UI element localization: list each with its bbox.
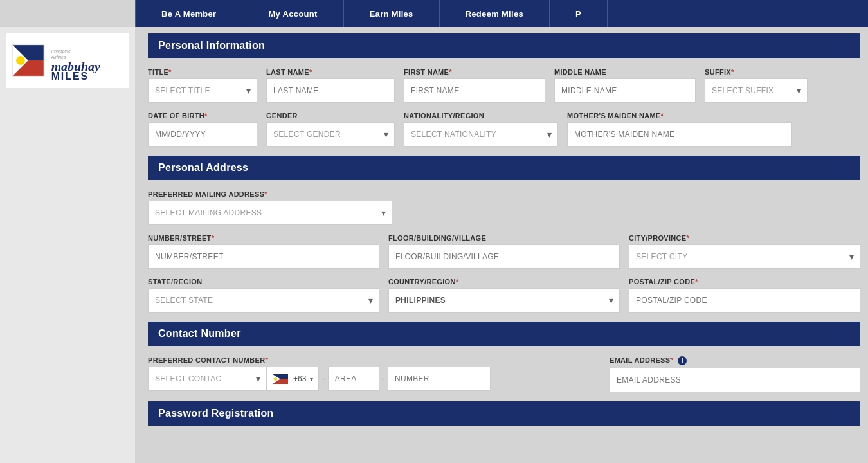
- gender-select-wrapper: SELECT GENDER: [266, 122, 395, 147]
- title-label: Title*: [148, 68, 257, 76]
- suffix-select[interactable]: SELECT SUFFIX: [705, 78, 808, 103]
- mailing-label: Preferred Mailing Address*: [148, 190, 392, 198]
- country-select[interactable]: PHILIPPINES: [388, 288, 620, 313]
- personal-info-row2: Date Of Birth* Gender SELECT GENDER Nati…: [148, 112, 860, 147]
- email-group: Email Address* i: [610, 356, 860, 392]
- phone-separator-2: -: [379, 367, 388, 391]
- floorbldg-group: Floor/Building/Village: [388, 234, 620, 269]
- maiden-input[interactable]: [567, 122, 792, 147]
- middlename-label: Middle Name: [554, 68, 696, 76]
- contact-type-wrapper: SELECT CONTAC: [148, 367, 267, 391]
- address-row1: Number/Street* Floor/Building/Village Ci…: [148, 234, 860, 269]
- lastname-group: Last Name*: [266, 68, 395, 103]
- contact-row1: Preferred Contact Number* SELECT CONTAC: [148, 356, 860, 392]
- city-select[interactable]: SELECT CITY: [629, 244, 860, 269]
- gender-label: Gender: [266, 112, 395, 120]
- password-registration-header: Password Registration: [148, 401, 860, 426]
- city-select-wrapper: SELECT CITY: [629, 244, 860, 269]
- cityprov-label: City/Province*: [629, 234, 860, 242]
- area-input[interactable]: [328, 367, 379, 391]
- nav-be-a-member[interactable]: Be A Member: [135, 0, 242, 27]
- middlename-input[interactable]: [554, 78, 696, 103]
- maiden-group: Mother's Maiden Name*: [567, 112, 792, 147]
- firstname-group: First Name*: [404, 68, 545, 103]
- numstreet-label: Number/Street*: [148, 234, 379, 242]
- dob-input[interactable]: [148, 122, 257, 147]
- number-input[interactable]: [388, 367, 491, 391]
- state-label: State/Region: [148, 278, 379, 286]
- gender-select[interactable]: SELECT GENDER: [266, 122, 395, 147]
- state-select[interactable]: SELECT STATE: [148, 288, 379, 313]
- top-navigation: Be A Member My Account Earn Miles Redeem…: [0, 0, 868, 27]
- personal-info-row1: Title* SELECT TITLE Last Name* First Nam…: [148, 68, 860, 103]
- dob-label: Date Of Birth*: [148, 112, 257, 120]
- mailing-select-wrapper: SELECT MAILING ADDRESS: [148, 201, 392, 225]
- dropdown-chevron-icon[interactable]: ▾: [310, 376, 313, 383]
- numstreet-group: Number/Street*: [148, 234, 379, 269]
- nav-earn-miles[interactable]: Earn Miles: [344, 0, 440, 27]
- nationality-select[interactable]: SELECT NATIONALITY: [404, 122, 558, 147]
- firstname-label: First Name*: [404, 68, 545, 76]
- contact-type-select[interactable]: SELECT CONTAC: [148, 367, 267, 391]
- country-group: Country/Region* PHILIPPINES: [388, 278, 620, 313]
- email-info-icon[interactable]: i: [678, 356, 687, 365]
- dob-group: Date Of Birth*: [148, 112, 257, 147]
- email-label: Email Address* i: [610, 356, 860, 365]
- svg-text:Philippine: Philippine: [51, 49, 71, 54]
- logo-sidebar: Philippine Airlines mabuhay MILES: [0, 27, 135, 463]
- address-row0: Preferred Mailing Address* SELECT MAILIN…: [148, 190, 860, 225]
- state-group: State/Region SELECT STATE: [148, 278, 379, 313]
- svg-point-4: [16, 56, 25, 65]
- svg-text:MILES: MILES: [51, 70, 89, 81]
- state-select-wrapper: SELECT STATE: [148, 288, 379, 313]
- suffix-group: Suffix* SELECT SUFFIX: [705, 68, 808, 103]
- page-wrapper: Philippine Airlines mabuhay MILES Person…: [0, 27, 868, 463]
- title-select-wrapper: SELECT TITLE: [148, 78, 257, 103]
- maiden-label: Mother's Maiden Name*: [567, 112, 792, 120]
- numstreet-input[interactable]: [148, 244, 379, 269]
- nav-my-account[interactable]: My Account: [242, 0, 343, 27]
- mailing-select[interactable]: SELECT MAILING ADDRESS: [148, 201, 392, 225]
- email-input[interactable]: [610, 368, 860, 392]
- suffix-label: Suffix*: [705, 68, 808, 76]
- floorbldg-label: Floor/Building/Village: [388, 234, 620, 242]
- suffix-select-wrapper: SELECT SUFFIX: [705, 78, 808, 103]
- contact-type-group: Preferred Contact Number* SELECT CONTAC: [148, 356, 491, 392]
- nationality-group: Nationality/Region SELECT NATIONALITY: [404, 112, 558, 147]
- lastname-label: Last Name*: [266, 68, 395, 76]
- postal-group: Postal/Zip Code*: [629, 278, 860, 313]
- contact-label: Preferred Contact Number*: [148, 356, 491, 364]
- floorbldg-input[interactable]: [388, 244, 620, 269]
- middlename-group: Middle Name: [554, 68, 696, 103]
- title-group: Title* SELECT TITLE: [148, 68, 257, 103]
- cityprov-group: City/Province* SELECT CITY: [629, 234, 860, 269]
- title-select[interactable]: SELECT TITLE: [148, 78, 257, 103]
- country-label: Country/Region*: [388, 278, 620, 286]
- personal-address-header: Personal Address: [148, 156, 860, 180]
- firstname-input[interactable]: [404, 78, 545, 103]
- logo-box: Philippine Airlines mabuhay MILES: [6, 33, 129, 88]
- personal-info-header: Personal Information: [148, 33, 860, 58]
- country-code: +63: [293, 374, 306, 383]
- ph-flag-icon: [273, 374, 288, 384]
- address-row2: State/Region SELECT STATE Country/Region…: [148, 278, 860, 313]
- nav-redeem-miles[interactable]: Redeem Miles: [440, 0, 550, 27]
- phone-separator-1: -: [319, 367, 327, 391]
- postal-label: Postal/Zip Code*: [629, 278, 860, 286]
- postal-input[interactable]: [629, 288, 860, 313]
- phone-flag-box[interactable]: +63 ▾: [267, 367, 319, 391]
- mabuhay-miles-logo: Philippine Airlines mabuhay MILES: [12, 39, 123, 84]
- country-select-wrapper: PHILIPPINES: [388, 288, 620, 313]
- nationality-label: Nationality/Region: [404, 112, 558, 120]
- nationality-select-wrapper: SELECT NATIONALITY: [404, 122, 558, 147]
- svg-point-12: [274, 377, 277, 381]
- lastname-input[interactable]: [266, 78, 395, 103]
- nav-more[interactable]: P: [550, 0, 608, 27]
- mailing-group: Preferred Mailing Address* SELECT MAILIN…: [148, 190, 392, 225]
- main-content: Personal Information Title* SELECT TITLE…: [135, 27, 868, 463]
- gender-group: Gender SELECT GENDER: [266, 112, 395, 147]
- contact-number-header: Contact Number: [148, 322, 860, 346]
